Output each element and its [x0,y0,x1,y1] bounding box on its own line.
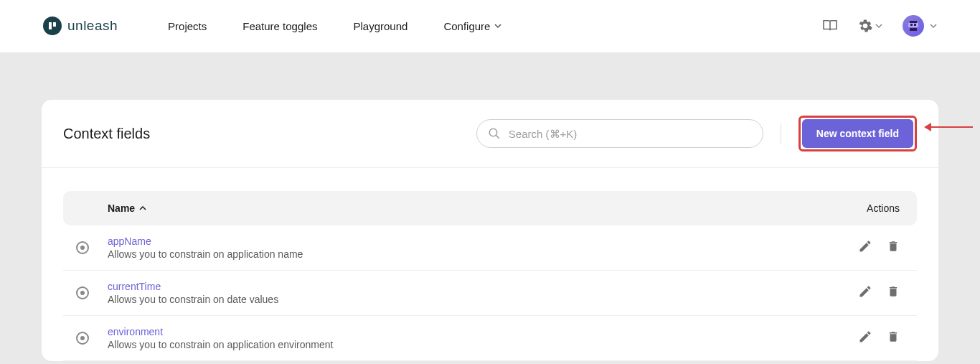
row-actions [858,284,900,302]
docs-icon[interactable] [822,19,838,32]
context-field-name[interactable]: appName [108,235,858,247]
column-name[interactable]: Name [108,202,146,214]
row-text: appName Allows you to constrain on appli… [108,235,858,260]
edit-button[interactable] [858,239,872,256]
row-actions [858,330,900,347]
user-menu[interactable] [903,15,937,37]
logo-icon [43,17,62,35]
context-field-description: Allows you to constrain on date values [108,294,858,305]
settings-menu[interactable] [858,19,882,33]
table-row: currentTime Allows you to constrain on d… [63,271,917,316]
row-text: environment Allows you to constrain on a… [108,326,858,350]
edit-button[interactable] [858,284,872,302]
context-field-icon [76,241,89,254]
svg-rect-4 [910,24,913,26]
svg-line-8 [496,135,499,139]
context-field-icon [76,286,89,299]
content-card: Context fields New context field Name Ac… [42,100,938,361]
chevron-down-icon [494,24,501,28]
logo-text: unleash [67,18,118,34]
sort-asc-icon [139,206,146,210]
svg-rect-2 [910,21,917,23]
svg-rect-5 [914,24,916,26]
pencil-icon [858,330,872,344]
trash-icon [887,239,900,253]
chevron-down-icon [875,24,882,28]
delete-button[interactable] [887,330,900,347]
trash-icon [887,284,900,299]
pencil-icon [858,239,872,253]
delete-button[interactable] [887,284,900,302]
search-input[interactable] [476,119,763,148]
svg-rect-6 [910,28,917,31]
column-actions: Actions [867,202,900,214]
new-context-field-button[interactable]: New context field [802,119,913,148]
search-wrap [476,119,763,148]
svg-rect-1 [53,22,56,27]
chevron-down-icon [930,24,937,28]
trash-icon [887,330,900,344]
row-text: currentTime Allows you to constrain on d… [108,281,858,305]
nav-playground[interactable]: Playground [353,20,407,32]
topbar: unleash Projects Feature toggles Playgro… [0,0,980,52]
arrow-annotation [930,126,973,128]
edit-button[interactable] [858,330,872,347]
svg-rect-0 [49,22,52,29]
main-nav: Projects Feature toggles Playground Conf… [168,20,501,32]
search-icon [488,127,501,140]
nav-configure[interactable]: Configure [443,20,501,32]
table-area: Name Actions appName Allows you to const… [42,168,938,361]
table-header: Name Actions [63,191,917,225]
page-title: Context fields [63,126,150,142]
highlight-annotation: New context field [798,116,917,151]
svg-point-7 [489,129,497,136]
svg-rect-3 [908,23,918,27]
nav-projects[interactable]: Projects [168,20,207,32]
row-actions [858,239,900,256]
vertical-divider [781,123,781,144]
context-field-description: Allows you to constrain on application n… [108,248,858,260]
context-field-name[interactable]: currentTime [108,281,858,292]
table-row: environment Allows you to constrain on a… [63,316,917,361]
avatar [903,15,924,37]
main-area: Context fields New context field Name Ac… [0,52,980,364]
logo[interactable]: unleash [43,17,118,35]
context-field-name[interactable]: environment [108,326,858,337]
table-row: appName Allows you to constrain on appli… [63,225,917,271]
avatar-pixel-icon [907,19,920,32]
card-header: Context fields New context field [42,100,938,167]
delete-button[interactable] [887,239,900,256]
nav-feature-toggles[interactable]: Feature toggles [242,20,317,32]
topbar-right [822,15,937,37]
pencil-icon [858,284,872,299]
gear-icon [858,19,872,33]
context-field-description: Allows you to constrain on application e… [108,339,858,350]
context-field-icon [76,332,89,345]
